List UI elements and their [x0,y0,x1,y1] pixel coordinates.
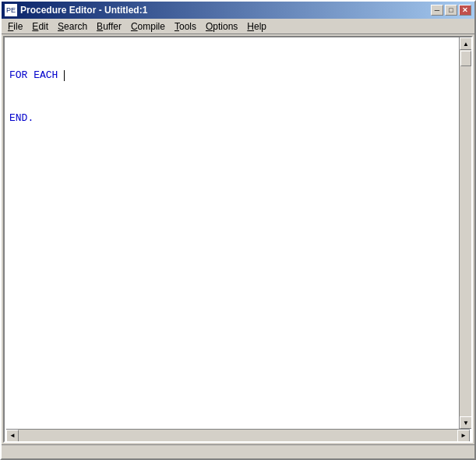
editor-line-2: END. [9,111,454,126]
menu-options[interactable]: Options [201,19,242,34]
scroll-down-button[interactable]: ▼ [460,416,471,429]
h-scrollbar-track[interactable] [19,430,457,442]
scroll-left-button[interactable]: ◄ [6,430,19,442]
menu-buffer[interactable]: Buffer [92,19,126,34]
editor-line-1: FOR EACH [9,69,454,83]
minimize-button[interactable]: ─ [431,5,443,16]
text-cursor [64,70,65,81]
title-bar: PE Procedure Editor - Untitled:1 ─ □ ✕ [2,2,474,19]
editor-area: FOR EACH END. ▲ ▼ ◄ ► [2,34,474,444]
status-bar [2,444,474,458]
editor-container: FOR EACH END. ▲ ▼ ◄ ► [3,36,473,443]
menu-edit[interactable]: Edit [27,19,53,34]
editor-scrollable: FOR EACH END. ▲ ▼ [5,37,471,429]
horizontal-scrollbar: ◄ ► [6,429,470,441]
window-title: Procedure Editor - Untitled:1 [20,5,147,16]
close-button[interactable]: ✕ [459,5,471,16]
menu-file[interactable]: File [3,19,27,34]
menu-help[interactable]: Help [242,19,271,34]
scroll-up-button[interactable]: ▲ [460,37,471,50]
menu-tools[interactable]: Tools [170,19,201,34]
title-bar-left: PE Procedure Editor - Untitled:1 [5,4,147,16]
menu-compile[interactable]: Compile [126,19,170,34]
restore-button[interactable]: □ [445,5,457,16]
scroll-right-button[interactable]: ► [457,430,470,442]
scrollbar-track[interactable] [460,50,471,416]
window-icon: PE [5,4,17,16]
menu-bar: File Edit Search Buffer Compile Tools Op… [2,19,474,34]
menu-search[interactable]: Search [53,19,92,34]
scrollbar-thumb[interactable] [460,51,471,66]
vertical-scrollbar: ▲ ▼ [459,37,471,429]
title-bar-buttons: ─ □ ✕ [431,5,471,16]
main-window: PE Procedure Editor - Untitled:1 ─ □ ✕ F… [0,0,476,460]
editor-text[interactable]: FOR EACH END. [5,37,459,429]
